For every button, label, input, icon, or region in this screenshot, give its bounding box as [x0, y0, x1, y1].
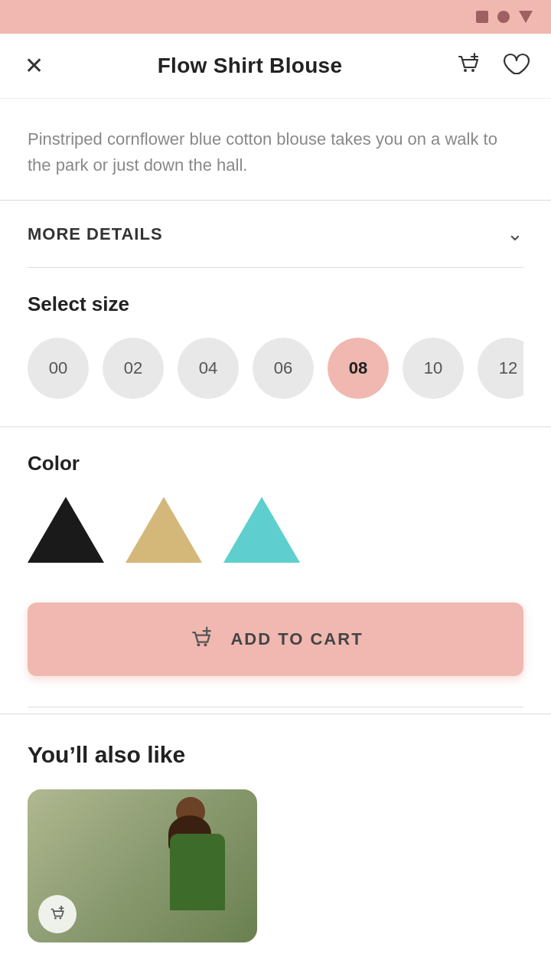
- heart-icon: [499, 49, 530, 80]
- svg-point-5: [204, 643, 207, 646]
- status-icon-triangle: [519, 11, 533, 23]
- chevron-down-icon: ⌄: [507, 222, 523, 246]
- color-option-teal[interactable]: [223, 497, 300, 563]
- color-option-tan[interactable]: [126, 497, 202, 563]
- svg-point-4: [197, 643, 201, 646]
- size-option-08[interactable]: 08: [328, 338, 389, 399]
- status-bar: [0, 0, 551, 34]
- description-text: Pinstriped cornflower blue cotton blouse…: [28, 126, 523, 178]
- svg-point-1: [471, 69, 474, 72]
- more-details-label: MORE DETAILS: [28, 224, 163, 244]
- color-title: Color: [28, 452, 523, 475]
- recommendations-title: You’ll also like: [28, 742, 523, 768]
- description-section: Pinstriped cornflower blue cotton blouse…: [0, 99, 551, 200]
- product-card-cart-button[interactable]: [38, 895, 77, 933]
- color-section: Color: [0, 426, 551, 578]
- cart-button[interactable]: [453, 49, 484, 83]
- recommendations-list: [28, 789, 523, 942]
- add-to-cart-button[interactable]: ADD TO CART: [28, 603, 523, 676]
- more-details-toggle[interactable]: MORE DETAILS ⌄: [0, 200, 551, 267]
- add-to-cart-section: ADD TO CART: [0, 578, 551, 691]
- header-right: [453, 49, 530, 83]
- status-icon-circle: [497, 11, 510, 23]
- size-option-02[interactable]: 02: [103, 338, 164, 399]
- header: ✕ Flow Shirt Blouse: [0, 34, 551, 99]
- header-left: ✕: [21, 51, 47, 80]
- status-icon-square: [476, 11, 488, 23]
- size-option-00[interactable]: 00: [28, 338, 89, 399]
- color-options: [28, 497, 523, 563]
- recommendations-section: You’ll also like: [0, 714, 551, 958]
- size-option-06[interactable]: 06: [253, 338, 314, 399]
- size-option-04[interactable]: 04: [178, 338, 239, 399]
- product-card: [28, 789, 257, 942]
- product-cart-icon: [47, 904, 67, 924]
- size-section: Select size 00 02 04 06 08 10 12 14: [0, 268, 551, 414]
- close-button[interactable]: ✕: [21, 51, 47, 80]
- size-option-10[interactable]: 10: [403, 338, 464, 399]
- svg-point-0: [464, 69, 467, 72]
- close-icon: ✕: [24, 53, 44, 78]
- color-option-black[interactable]: [28, 497, 104, 563]
- page-title: Flow Shirt Blouse: [158, 54, 343, 78]
- svg-point-8: [54, 917, 57, 920]
- cart-add-btn-icon: [187, 626, 215, 653]
- wishlist-button[interactable]: [499, 49, 530, 83]
- svg-point-9: [60, 917, 62, 920]
- divider-2: [28, 707, 523, 707]
- size-option-12[interactable]: 12: [478, 338, 523, 399]
- size-title: Select size: [28, 292, 523, 316]
- size-options: 00 02 04 06 08 10 12 14: [28, 338, 523, 399]
- add-to-cart-label: ADD TO CART: [230, 629, 363, 649]
- cart-add-icon: [453, 49, 484, 80]
